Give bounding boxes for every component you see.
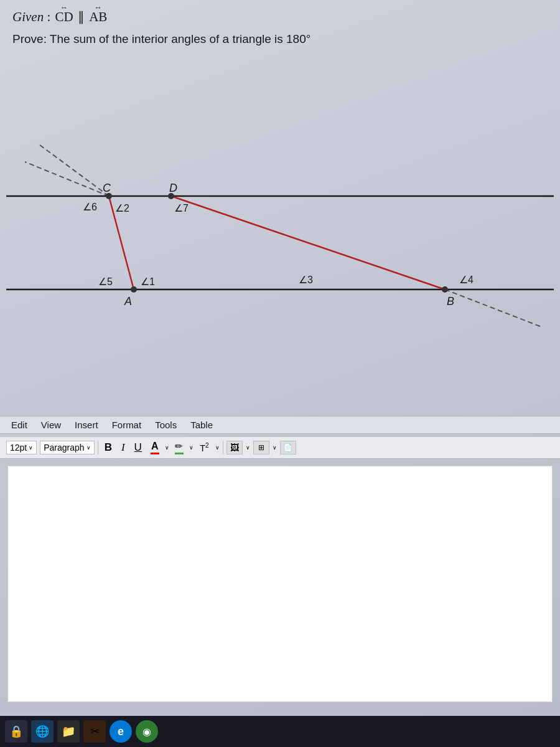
geometry-diagram: C D A B ∠6 ∠2 ∠7 ∠5 ∠1 ∠3 ∠4 [0,62,560,411]
font-size-value: 12pt [10,443,27,453]
label-angle2: ∠2 [115,203,129,214]
font-color-chevron[interactable]: ∨ [165,444,169,451]
paragraph-select[interactable]: Paragraph ∨ [40,441,94,454]
label-angle7: ∠7 [174,203,189,214]
label-angle5: ∠5 [98,276,113,287]
taskbar-files[interactable]: 📁 [57,720,80,743]
highlight-chevron[interactable]: ∨ [189,444,194,451]
paragraph-value: Paragraph [44,443,84,453]
content-area[interactable] [7,466,553,702]
superscript-button[interactable]: T2 [197,441,212,454]
browser-icon: 🌐 [35,725,49,738]
menu-edit[interactable]: Edit [11,420,27,430]
superscript-chevron[interactable]: ∨ [215,444,220,451]
taskbar-orb[interactable]: ◉ [136,720,158,743]
lock-icon: 🔒 [9,725,23,738]
italic-button[interactable]: I [118,440,128,455]
table-chevron[interactable]: ∨ [273,444,277,451]
taskbar: 🔒 🌐 📁 ✂ e ◉ [0,716,560,747]
dashed-line-tl2 [25,162,109,196]
image-icon: 🖼 [230,443,239,453]
highlight-button[interactable]: ✏ [172,439,186,456]
image-button[interactable]: 🖼 [226,441,243,454]
label-angle3: ∠3 [299,275,313,285]
highlight-color-bar [175,453,184,454]
font-size-chevron: ∨ [29,444,33,451]
given-label: Given [12,9,44,24]
label-a: A [124,295,132,308]
font-color-button[interactable]: A [148,439,162,456]
separator-1 [98,441,98,454]
label-c: C [103,182,111,194]
superscript-label: T2 [200,443,209,453]
menu-table[interactable]: Table [190,420,213,430]
separator-2 [223,441,223,454]
scissors-icon: ✂ [90,725,100,738]
underline-button[interactable]: U [131,440,145,455]
doc-icon: 📄 [283,443,292,452]
dashed-line-br [445,289,541,327]
taskbar-lock[interactable]: 🔒 [5,720,27,743]
prove-statement: Prove: The sum of the interior angles of… [12,32,310,46]
prove-label: Prove: [12,32,47,45]
table-button[interactable]: ⊞ [253,441,269,454]
bold-button[interactable]: B [101,440,115,455]
menu-bar: Edit View Insert Format Tools Table [0,416,560,434]
label-b: B [447,295,454,308]
cd-symbol: ↔ CD [55,9,73,25]
point-a [131,286,137,293]
dashed-line-tl [37,143,109,196]
pencil-icon: ✏ [175,441,183,452]
point-b [442,286,448,293]
menu-tools[interactable]: Tools [155,420,177,430]
label-angle4: ∠4 [459,275,474,285]
files-icon: 📁 [62,725,75,738]
menu-view[interactable]: View [41,420,61,430]
font-color-label: A [151,441,159,452]
paragraph-chevron: ∨ [86,444,91,451]
table-icon: ⊞ [258,443,264,452]
font-size-select[interactable]: 12pt ∨ [6,441,37,454]
font-color-bar [151,453,159,454]
given-statement: Given : ↔ CD ∥ ↔ AB [12,9,108,25]
taskbar-browser[interactable]: 🌐 [31,720,54,743]
label-angle6: ∠6 [83,202,97,212]
taskbar-scissors[interactable]: ✂ [83,720,106,743]
prove-content: The sum of the interior angles of a tria… [50,32,311,45]
formatting-bar: 12pt ∨ Paragraph ∨ B I U A ∨ ✏ [0,437,560,459]
label-angle1: ∠1 [141,276,155,287]
label-d: D [169,182,177,194]
menu-format[interactable]: Format [112,420,142,430]
ab-symbol: ↔ AB [89,9,107,25]
edge-icon: e [118,725,124,738]
diagram-svg: C D A B ∠6 ∠2 ∠7 ∠5 ∠1 ∠3 ∠4 [0,62,560,411]
menu-insert[interactable]: Insert [75,420,98,430]
doc-button[interactable]: 📄 [280,441,296,454]
main-content-area: Given : ↔ CD ∥ ↔ AB Prove: The sum of th… [0,0,560,716]
orb-icon: ◉ [142,726,151,738]
image-chevron[interactable]: ∨ [246,444,250,451]
taskbar-edge[interactable]: e [110,720,132,743]
